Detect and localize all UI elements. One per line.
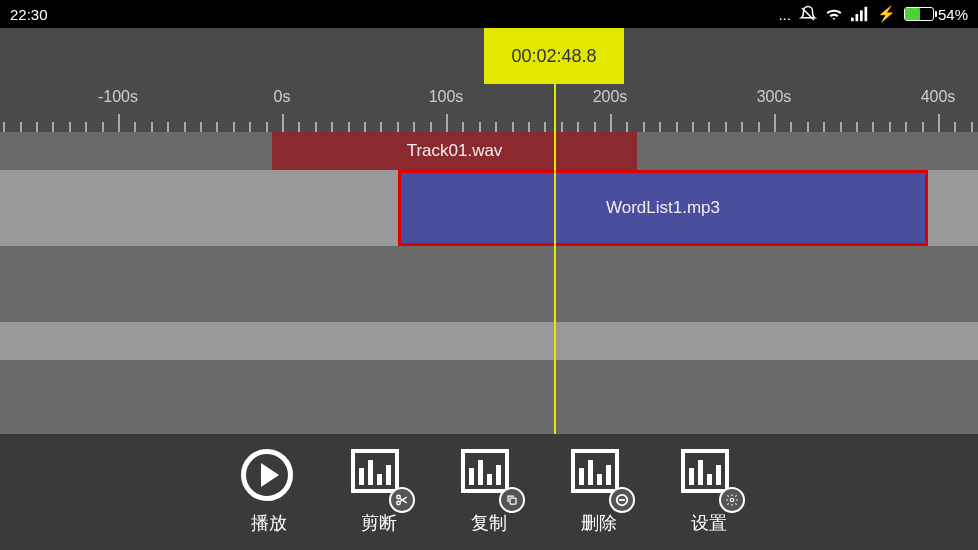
tick-minor xyxy=(233,122,235,132)
tick-major xyxy=(282,114,284,132)
status-right: ... ⚡ 54% xyxy=(778,5,968,23)
track-row-4[interactable] xyxy=(0,322,978,360)
tick-minor xyxy=(872,122,874,132)
tick-minor xyxy=(971,122,973,132)
svg-rect-2 xyxy=(860,10,863,21)
tick-minor xyxy=(3,122,5,132)
svg-rect-6 xyxy=(510,498,516,504)
tick-minor xyxy=(249,122,251,132)
play-icon xyxy=(241,449,297,505)
clip-label: WordList1.mp3 xyxy=(606,198,720,218)
tick-minor xyxy=(315,122,317,132)
cut-label: 剪断 xyxy=(361,511,397,535)
cut-icon xyxy=(351,449,407,505)
tick-minor xyxy=(364,122,366,132)
tick-minor xyxy=(626,122,628,132)
playhead-line[interactable] xyxy=(554,84,556,434)
copy-button[interactable]: 复制 xyxy=(461,449,517,535)
scissors-icon xyxy=(389,487,415,513)
tick-minor xyxy=(528,122,530,132)
tick-minor xyxy=(134,122,136,132)
tick-minor xyxy=(20,122,22,132)
tracks-area[interactable]: Track01.wav WordList1.mp3 xyxy=(0,132,978,436)
tick-minor xyxy=(758,122,760,132)
playhead-time-box: 00:02:48.8 xyxy=(484,28,624,84)
tick-major xyxy=(938,114,940,132)
tick-minor xyxy=(462,122,464,132)
ruler-label: 100s xyxy=(429,88,464,106)
settings-label: 设置 xyxy=(691,511,727,535)
tick-major xyxy=(118,114,120,132)
copy-label: 复制 xyxy=(471,511,507,535)
tick-minor xyxy=(889,122,891,132)
settings-button[interactable]: 设置 xyxy=(681,449,737,535)
tick-major xyxy=(774,114,776,132)
play-button[interactable]: 播放 xyxy=(241,449,297,535)
tick-minor xyxy=(512,122,514,132)
tick-minor xyxy=(380,122,382,132)
tick-minor xyxy=(413,122,415,132)
delete-icon xyxy=(571,449,627,505)
battery-indicator: 54% xyxy=(904,6,968,23)
tick-minor xyxy=(922,122,924,132)
tick-minor xyxy=(200,122,202,132)
track-row-1[interactable]: Track01.wav xyxy=(0,132,978,170)
more-icon: ... xyxy=(778,6,791,23)
ruler-label: 200s xyxy=(593,88,628,106)
tick-minor xyxy=(823,122,825,132)
tick-minor xyxy=(495,122,497,132)
cut-button[interactable]: 剪断 xyxy=(351,449,407,535)
gear-icon xyxy=(719,487,745,513)
delete-label: 删除 xyxy=(581,511,617,535)
tick-minor xyxy=(676,122,678,132)
tick-minor xyxy=(807,122,809,132)
delete-button[interactable]: 删除 xyxy=(571,449,627,535)
track-row-2-bg[interactable]: WordList1.mp3 xyxy=(0,170,978,246)
clip-track01[interactable]: Track01.wav xyxy=(272,132,637,170)
tick-minor xyxy=(102,122,104,132)
track-row-3[interactable] xyxy=(0,246,978,322)
tick-minor xyxy=(430,122,432,132)
tick-minor xyxy=(954,122,956,132)
battery-percent: 54% xyxy=(938,6,968,23)
copy-icon xyxy=(461,449,517,505)
tick-minor xyxy=(594,122,596,132)
wifi-icon xyxy=(825,5,843,23)
clip-wordlist1[interactable]: WordList1.mp3 xyxy=(398,170,928,246)
ruler-label: 400s xyxy=(921,88,956,106)
track-row-5[interactable] xyxy=(0,360,978,436)
tick-major xyxy=(610,114,612,132)
tick-minor xyxy=(659,122,661,132)
tick-minor xyxy=(266,122,268,132)
tick-minor xyxy=(790,122,792,132)
minus-icon xyxy=(609,487,635,513)
tick-minor xyxy=(69,122,71,132)
playhead-time-label: 00:02:48.8 xyxy=(511,46,596,67)
status-time: 22:30 xyxy=(10,6,48,23)
ruler-label: 0s xyxy=(274,88,291,106)
tick-minor xyxy=(577,122,579,132)
tick-minor xyxy=(479,122,481,132)
timeline-ruler[interactable]: -100s0s100s200s300s400s xyxy=(0,84,978,132)
bottom-toolbar: 播放 剪断 复制 删除 xyxy=(0,434,978,550)
tick-minor xyxy=(331,122,333,132)
tick-minor xyxy=(561,122,563,132)
tick-minor xyxy=(298,122,300,132)
alarm-off-icon xyxy=(799,5,817,23)
tick-minor xyxy=(397,122,399,132)
tick-minor xyxy=(741,122,743,132)
battery-fill xyxy=(905,8,920,20)
svg-rect-0 xyxy=(851,18,854,22)
tick-minor xyxy=(905,122,907,132)
svg-rect-3 xyxy=(864,7,867,21)
settings-icon xyxy=(681,449,737,505)
ruler-label: 300s xyxy=(757,88,792,106)
status-bar: 22:30 ... ⚡ 54% xyxy=(0,0,978,28)
tick-minor xyxy=(85,122,87,132)
tick-minor xyxy=(52,122,54,132)
tick-minor xyxy=(708,122,710,132)
tick-major xyxy=(446,114,448,132)
clip-label: Track01.wav xyxy=(407,141,503,161)
tick-minor xyxy=(167,122,169,132)
tick-minor xyxy=(216,122,218,132)
